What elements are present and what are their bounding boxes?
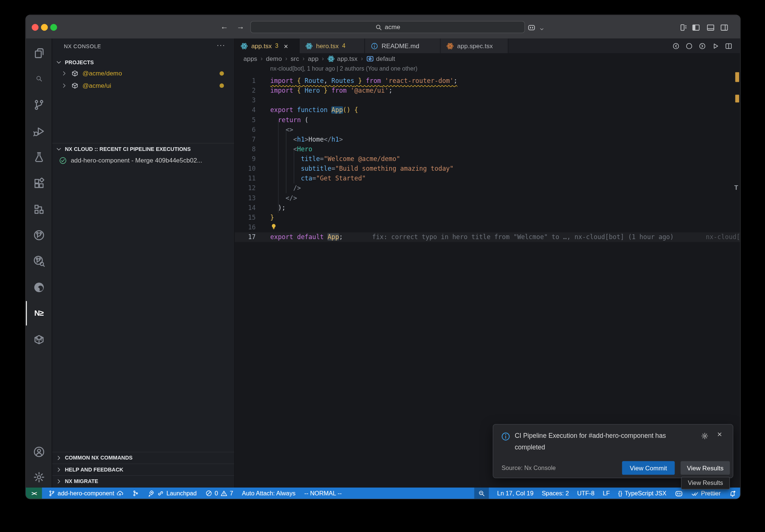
collapsed-section-0[interactable]: COMMON NX COMMANDS — [52, 452, 234, 463]
code-line-3[interactable]: 3 — [235, 96, 740, 105]
package-icon — [71, 70, 79, 77]
breadcrumb-item-src[interactable]: src — [291, 55, 299, 62]
close-icon[interactable]: × — [717, 430, 722, 440]
remote-indicator[interactable]: >< — [26, 488, 42, 499]
code-line-1[interactable]: 1import { Route, Routes } from 'react-ro… — [235, 76, 740, 86]
tab-bar: app.tsx3×hero.tsx4README.mdapp.spec.tsx — [235, 38, 740, 53]
breadcrumb-separator: › — [285, 55, 287, 62]
activity-item-nx-console[interactable]: N≥ — [26, 303, 52, 323]
code-line-6[interactable]: 6 <> — [235, 125, 740, 134]
project-item[interactable]: @acme/demo — [52, 67, 234, 80]
activity-item-extensions[interactable] — [26, 174, 52, 193]
code-line-14[interactable]: 14 ); — [235, 203, 740, 213]
status-language-mode[interactable]: {}TypeScript JSX — [618, 490, 666, 497]
breadcrumb-item-app.tsx[interactable]: app.tsx — [327, 55, 357, 62]
code-line-5[interactable]: 5 return ( — [235, 115, 740, 125]
breadcrumb-item-apps[interactable]: apps — [244, 55, 257, 62]
lightbulb-icon[interactable] — [270, 223, 277, 231]
close-traffic-light[interactable] — [32, 24, 38, 31]
breadcrumb-item-default[interactable]: default — [366, 55, 395, 62]
command-center-search[interactable]: acme — [250, 21, 525, 33]
project-item[interactable]: @acme/ui — [52, 80, 234, 92]
status-formatter[interactable]: Prettier — [691, 490, 721, 497]
status-problems[interactable]: 07 — [205, 490, 233, 497]
tab-app.spec.tsx[interactable]: app.spec.tsx — [440, 38, 508, 53]
code-line-4[interactable]: 4export function App() { — [235, 105, 740, 115]
editor-action-split-editor[interactable] — [725, 42, 733, 50]
toggle-secondary-sidebar-icon[interactable] — [720, 24, 728, 34]
activity-item-run-and-debug[interactable] — [26, 121, 52, 141]
status-branch-indicator[interactable]: add-hero-component — [48, 490, 123, 497]
rocket-icon — [148, 490, 155, 497]
editor-action-circle[interactable] — [685, 42, 693, 50]
code-line-15[interactable]: 15} — [235, 213, 740, 222]
status-launchpad[interactable]: Launchpad — [148, 490, 196, 497]
status-auto-attach[interactable]: Auto Attach: Always — [242, 490, 295, 497]
activity-item-nx-project-details[interactable] — [26, 251, 52, 271]
zoom-traffic-light[interactable] — [50, 24, 57, 31]
code-line-16[interactable]: 16 — [235, 223, 740, 232]
gear-icon[interactable] — [701, 432, 709, 440]
code-line-11[interactable]: 11 cta="Get Started" — [235, 174, 740, 183]
copilot-icon[interactable] — [527, 24, 536, 34]
activity-item-package-explorer[interactable] — [26, 330, 52, 349]
editor-action-prev-change[interactable] — [672, 42, 680, 50]
editor-action-next-change[interactable] — [699, 42, 706, 50]
collapsed-section-2[interactable]: NX MIGRATE — [52, 475, 234, 486]
section-label: NX MIGRATE — [65, 478, 98, 484]
status-cursor-position[interactable]: Ln 17, Col 19 — [497, 490, 533, 497]
tab-app.tsx[interactable]: app.tsx3× — [235, 38, 300, 53]
toggle-primary-sidebar-icon[interactable] — [692, 24, 700, 34]
breadcrumb-item-demo[interactable]: demo — [266, 55, 282, 62]
forward-button[interactable]: → — [236, 21, 244, 32]
code-line-9[interactable]: 9 title="Welcome @acme/demo" — [235, 154, 740, 164]
activity-item-search[interactable] — [26, 69, 52, 88]
status-eol[interactable]: LF — [603, 490, 610, 497]
nx-cloud-section-header[interactable]: NX CLOUD :: RECENT CI PIPELINE EXECUTION… — [52, 143, 234, 154]
chevron-down-icon[interactable] — [539, 25, 544, 34]
editor-action-run-file[interactable] — [712, 42, 719, 50]
activity-item-edge-browser[interactable] — [26, 278, 52, 297]
breadcrumb-label: demo — [266, 55, 282, 62]
status-encoding[interactable]: UTF-8 — [577, 490, 594, 497]
tab-README.md[interactable]: README.md — [365, 38, 440, 53]
minimize-traffic-light[interactable] — [41, 24, 48, 31]
back-button[interactable]: ← — [220, 21, 228, 32]
activity-item-testing[interactable] — [26, 147, 52, 167]
view-commit-button[interactable]: View Commit — [622, 461, 675, 475]
status-text: 7 — [230, 490, 233, 497]
tab-hero.tsx[interactable]: hero.tsx4 — [300, 38, 365, 53]
activity-item-nx-graph[interactable] — [26, 200, 52, 219]
code-line-7[interactable]: 7 <h1>Home</h1> — [235, 134, 740, 144]
code-line-2[interactable]: 2import { Hero } from '@acme/ui'; — [235, 86, 740, 96]
pipeline-execution-item[interactable]: add-hero-component - Merge 409b44e5cb02.… — [52, 154, 234, 167]
code-area[interactable]: 1import { Route, Routes } from 'react-ro… — [235, 76, 740, 242]
view-results-button[interactable]: View Results — [681, 461, 730, 475]
titlebar: ← → acme — [26, 15, 740, 38]
toggle-panel-icon[interactable] — [706, 24, 715, 34]
status-source-control-graph[interactable] — [132, 490, 139, 497]
status-zoom-indicator[interactable] — [474, 488, 489, 499]
more-actions-icon[interactable]: ··· — [217, 40, 226, 49]
activity-item-explorer[interactable] — [26, 43, 52, 63]
code-line-8[interactable]: 8 <Hero — [235, 145, 740, 154]
close-icon[interactable]: × — [284, 42, 288, 50]
code-line-10[interactable]: 10 subtitle="Build something amazing tod… — [235, 164, 740, 174]
customize-layout-icon[interactable] — [679, 24, 688, 34]
status-vim-mode[interactable]: -- NORMAL -- — [304, 490, 342, 497]
activity-item-settings-gear[interactable] — [26, 467, 52, 487]
activity-item-nx-cloud-circle[interactable] — [26, 225, 52, 245]
status-indentation[interactable]: Spaces: 2 — [542, 490, 569, 497]
projects-section-header[interactable]: PROJECTS — [52, 57, 234, 68]
breadcrumb[interactable]: apps›demo›src›app›app.tsx›default — [244, 53, 395, 64]
breadcrumb-item-app[interactable]: app — [308, 55, 318, 62]
collapsed-section-1[interactable]: HELP AND FEEDBACK — [52, 464, 234, 475]
code-line-12[interactable]: 12 /> — [235, 183, 740, 193]
activity-item-source-control[interactable] — [26, 95, 52, 115]
activity-item-accounts[interactable] — [26, 442, 52, 461]
code-line-13[interactable]: 13 </> — [235, 193, 740, 203]
status-copilot-status[interactable] — [675, 489, 683, 497]
error-slash-icon — [205, 490, 212, 497]
code-line-17[interactable]: 17export default App;fix: correct typo i… — [235, 232, 740, 242]
status-notifications-bell[interactable] — [729, 490, 736, 497]
